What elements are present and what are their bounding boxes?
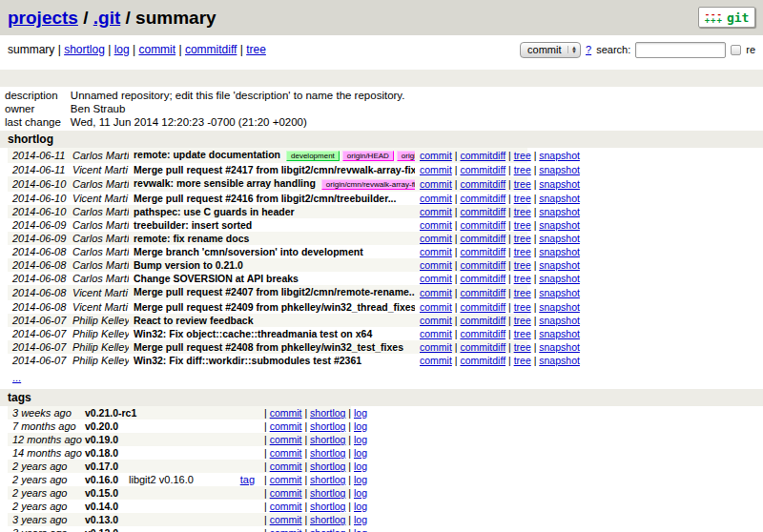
commit-link-tree[interactable]: tree — [514, 341, 531, 353]
git-logo[interactable]: --- +++ git — [698, 7, 755, 28]
commit-link-snapshot[interactable]: snapshot — [539, 206, 580, 217]
tag-link-commit[interactable]: commit — [270, 501, 302, 512]
tag-link-log[interactable]: log — [354, 434, 367, 445]
nav-item-log[interactable]: log — [114, 43, 130, 56]
tag-link-shortlog[interactable]: shortlog — [310, 474, 345, 485]
commit-link-tree[interactable]: tree — [514, 164, 531, 175]
commit-link-commitdiff[interactable]: commitdiff — [460, 233, 505, 244]
tag-link-log[interactable]: log — [354, 407, 367, 419]
tag-link-log[interactable]: log — [354, 527, 367, 532]
breadcrumb-projects[interactable]: projects — [8, 8, 78, 28]
commit-link-tree[interactable]: tree — [514, 150, 531, 161]
commit-link-snapshot[interactable]: snapshot — [539, 341, 580, 353]
commit-subject-link[interactable]: Merge pull request #2407 from libgit2/cm… — [134, 286, 415, 297]
tag-link-commit[interactable]: commit — [270, 460, 302, 472]
commit-link-commit[interactable]: commit — [420, 164, 452, 175]
tag-selflink[interactable]: tag — [240, 474, 255, 485]
commit-link-commit[interactable]: commit — [420, 301, 452, 313]
nav-item-commitdiff[interactable]: commitdiff — [185, 43, 237, 56]
regex-checkbox[interactable] — [731, 45, 741, 55]
tag-link-shortlog[interactable]: shortlog — [310, 514, 345, 525]
commit-subject-link[interactable]: Merge branch 'cmn/soversion' into develo… — [134, 246, 363, 257]
commit-subject-link[interactable]: Merge pull request #2409 from phkelley/w… — [134, 301, 415, 313]
commit-subject-link[interactable]: remote: update documentation — [134, 149, 280, 160]
commit-link-snapshot[interactable]: snapshot — [539, 301, 580, 313]
tag-link-log[interactable]: log — [354, 514, 367, 525]
tag-name-link[interactable]: v0.13.0 — [85, 514, 118, 525]
commit-link-commitdiff[interactable]: commitdiff — [460, 206, 505, 217]
nav-item-shortlog[interactable]: shortlog — [64, 43, 105, 56]
tag-name-link[interactable]: v0.14.0 — [85, 501, 118, 512]
commit-subject-link[interactable]: pathspec: use C guards in header — [134, 206, 295, 217]
commit-subject-link[interactable]: Bump version to 0.21.0 — [134, 259, 243, 271]
commit-link-commitdiff[interactable]: commitdiff — [460, 150, 505, 161]
tag-name-link[interactable]: v0.20.0 — [85, 420, 118, 432]
tag-link-shortlog[interactable]: shortlog — [310, 501, 345, 512]
shortlog-more-link[interactable]: ... — [12, 372, 21, 383]
commit-link-snapshot[interactable]: snapshot — [539, 178, 580, 190]
nav-item-tree[interactable]: tree — [246, 43, 266, 56]
tag-link-log[interactable]: log — [354, 460, 367, 472]
commit-subject-link[interactable]: Merge pull request #2417 from libgit2/cm… — [134, 164, 415, 175]
tag-link-commit[interactable]: commit — [270, 407, 302, 419]
tag-link-commit[interactable]: commit — [270, 474, 302, 485]
commit-link-snapshot[interactable]: snapshot — [539, 219, 580, 231]
commit-link-tree[interactable]: tree — [514, 315, 531, 326]
commit-link-commitdiff[interactable]: commitdiff — [460, 246, 505, 257]
commit-subject-link[interactable]: Change SOVERSION at API breaks — [134, 273, 299, 284]
shortlog-title-link[interactable]: shortlog — [8, 133, 53, 146]
commit-link-tree[interactable]: tree — [514, 233, 531, 244]
tag-name-link[interactable]: v0.17.0 — [85, 460, 118, 472]
commit-subject-link[interactable]: remote: fix rename docs — [134, 233, 249, 244]
commit-link-commitdiff[interactable]: commitdiff — [460, 341, 505, 353]
commit-link-snapshot[interactable]: snapshot — [539, 150, 580, 161]
ref-badge-head[interactable]: development — [286, 151, 340, 161]
commit-link-commitdiff[interactable]: commitdiff — [460, 259, 505, 271]
ref-badge-remote[interactable]: origin/HEAD — [342, 151, 394, 161]
commit-link-snapshot[interactable]: snapshot — [539, 315, 580, 326]
commit-link-commit[interactable]: commit — [420, 328, 452, 339]
tag-link-shortlog[interactable]: shortlog — [310, 460, 345, 472]
search-scope-select[interactable]: commit ▲▼ — [520, 42, 581, 58]
commit-link-tree[interactable]: tree — [514, 246, 531, 257]
tag-link-log[interactable]: log — [354, 474, 367, 485]
commit-subject-link[interactable]: Merge pull request #2408 from phkelley/w… — [134, 341, 403, 353]
nav-item-commit[interactable]: commit — [138, 43, 175, 56]
commit-link-commitdiff[interactable]: commitdiff — [460, 315, 505, 326]
tag-link-shortlog[interactable]: shortlog — [310, 420, 345, 432]
tag-link-shortlog[interactable]: shortlog — [310, 434, 345, 445]
commit-link-commit[interactable]: commit — [420, 246, 452, 257]
commit-link-snapshot[interactable]: snapshot — [539, 246, 580, 257]
commit-subject-link[interactable]: React to review feedback — [134, 315, 253, 326]
commit-link-commit[interactable]: commit — [420, 178, 452, 190]
tag-link-commit[interactable]: commit — [270, 487, 302, 499]
tag-name-link[interactable]: v0.16.0 — [85, 474, 118, 485]
commit-link-commit[interactable]: commit — [420, 193, 452, 204]
tag-link-shortlog[interactable]: shortlog — [310, 487, 345, 499]
commit-link-snapshot[interactable]: snapshot — [539, 355, 580, 366]
commit-link-snapshot[interactable]: snapshot — [539, 259, 580, 271]
commit-link-commit[interactable]: commit — [420, 259, 452, 271]
tag-link-commit[interactable]: commit — [270, 527, 302, 532]
commit-subject-link[interactable]: Win32: Fix diff::workdir::submodules tes… — [134, 355, 361, 366]
commit-link-tree[interactable]: tree — [514, 287, 531, 298]
commit-link-snapshot[interactable]: snapshot — [539, 273, 580, 284]
commit-link-commit[interactable]: commit — [420, 355, 452, 366]
commit-link-commitdiff[interactable]: commitdiff — [460, 193, 505, 204]
tag-name-link[interactable]: v0.19.0 — [85, 434, 118, 445]
commit-link-tree[interactable]: tree — [514, 328, 531, 339]
tag-link-commit[interactable]: commit — [270, 447, 302, 459]
commit-link-snapshot[interactable]: snapshot — [539, 164, 580, 175]
commit-link-tree[interactable]: tree — [514, 206, 531, 217]
commit-link-commit[interactable]: commit — [420, 341, 452, 353]
tags-title-link[interactable]: tags — [8, 391, 31, 404]
commit-link-commitdiff[interactable]: commitdiff — [460, 178, 505, 190]
commit-link-commitdiff[interactable]: commitdiff — [460, 273, 505, 284]
search-help-link[interactable]: ? — [586, 44, 591, 55]
commit-subject-link[interactable]: Merge pull request #2416 from libgit2/cm… — [134, 193, 396, 204]
commit-link-commitdiff[interactable]: commitdiff — [460, 355, 505, 366]
commit-link-snapshot[interactable]: snapshot — [539, 287, 580, 298]
commit-link-commit[interactable]: commit — [420, 150, 452, 161]
commit-link-tree[interactable]: tree — [514, 178, 531, 190]
commit-link-commit[interactable]: commit — [420, 287, 452, 298]
